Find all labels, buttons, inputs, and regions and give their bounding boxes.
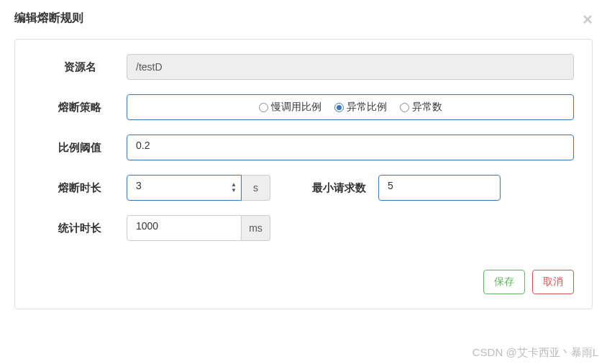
label-threshold: 比例阈值: [33, 141, 127, 155]
resource-input[interactable]: [127, 54, 574, 80]
min-requests-input[interactable]: 5: [378, 175, 501, 201]
threshold-value: 0.2: [136, 140, 150, 151]
modal-title: 编辑熔断规则: [14, 11, 83, 26]
save-button[interactable]: 保存: [483, 270, 525, 294]
radio-label: 异常比例: [347, 101, 387, 114]
form-footer: 保存 取消: [33, 270, 574, 294]
label-duration: 熔断时长: [33, 181, 127, 195]
duration-unit: s: [242, 175, 270, 201]
duration-input-wrap: 3 ▲▼ s: [127, 175, 270, 201]
row-strategy: 熔断策略 慢调用比例 异常比例 异常数: [33, 94, 574, 120]
stat-window-value: 1000: [136, 220, 158, 232]
cancel-button[interactable]: 取消: [532, 270, 574, 294]
row-threshold: 比例阈值 0.2: [33, 135, 574, 160]
modal-header: 编辑熔断规则 ×: [14, 11, 593, 39]
radio-error-ratio[interactable]: 异常比例: [334, 101, 387, 114]
edit-rule-modal: 编辑熔断规则 × 资源名 熔断策略 慢调用比例 异常比例 异常数: [0, 0, 607, 320]
row-stat-window: 统计时长 1000 ms: [33, 215, 574, 241]
form-panel: 资源名 熔断策略 慢调用比例 异常比例 异常数 比例阈值: [14, 39, 593, 309]
watermark: CSDN @艾卡西亚丶暴雨L: [473, 346, 598, 360]
radio-error-count[interactable]: 异常数: [400, 101, 442, 114]
radio-label: 慢调用比例: [271, 101, 321, 114]
radio-label: 异常数: [412, 101, 442, 114]
close-icon[interactable]: ×: [583, 11, 593, 28]
radio-icon: [259, 103, 268, 112]
radio-icon: [334, 103, 344, 112]
label-strategy: 熔断策略: [33, 101, 127, 114]
duration-value: 3: [136, 180, 142, 191]
row-resource: 资源名: [33, 54, 574, 80]
stat-window-unit: ms: [242, 215, 270, 241]
stat-window-input-wrap: 1000 ms: [127, 215, 270, 241]
radio-slow-ratio[interactable]: 慢调用比例: [259, 101, 321, 114]
min-requests-value: 5: [388, 180, 393, 191]
strategy-radio-group: 慢调用比例 异常比例 异常数: [127, 94, 574, 120]
row-duration: 熔断时长 3 ▲▼ s 最小请求数 5: [33, 175, 574, 201]
stat-window-input[interactable]: 1000: [127, 215, 242, 241]
label-resource: 资源名: [33, 60, 127, 74]
spinner-icon[interactable]: ▲▼: [231, 182, 237, 194]
label-min-requests: 最小请求数: [299, 181, 378, 195]
duration-input[interactable]: 3 ▲▼: [127, 175, 242, 201]
radio-icon: [400, 103, 409, 112]
threshold-input[interactable]: 0.2: [127, 135, 574, 160]
label-stat-window: 统计时长: [33, 222, 127, 235]
